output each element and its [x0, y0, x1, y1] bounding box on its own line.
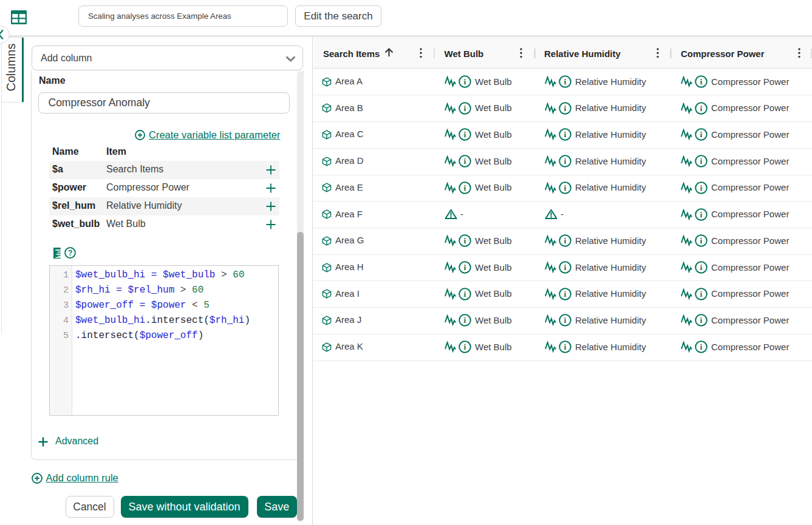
svg-text:?: ?: [67, 249, 72, 257]
